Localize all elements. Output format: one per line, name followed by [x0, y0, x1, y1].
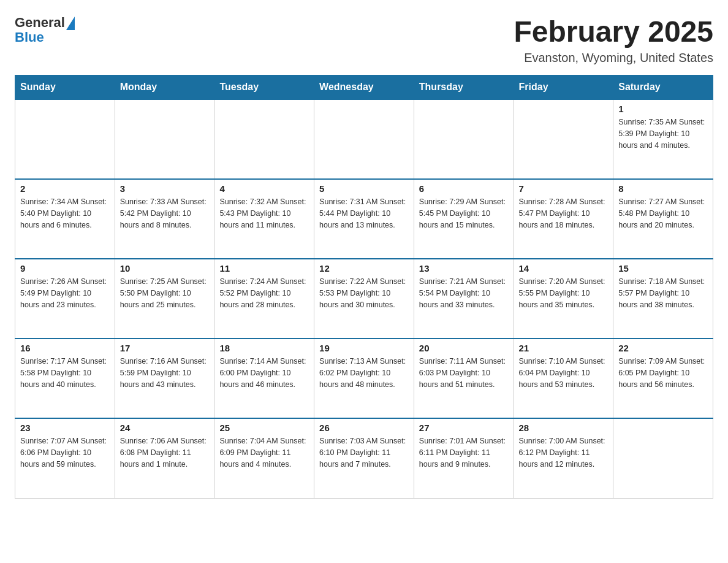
calendar-cell: [115, 99, 214, 179]
day-number: 27: [419, 423, 509, 433]
day-info: Sunrise: 7:13 AM Sunset: 6:02 PM Dayligh…: [319, 356, 409, 390]
calendar-cell: 12Sunrise: 7:22 AM Sunset: 5:53 PM Dayli…: [314, 259, 414, 339]
calendar-week-4: 16Sunrise: 7:17 AM Sunset: 5:58 PM Dayli…: [15, 339, 713, 418]
calendar-cell: 9Sunrise: 7:26 AM Sunset: 5:49 PM Daylig…: [15, 259, 115, 339]
calendar-header-thursday: Thursday: [414, 75, 514, 100]
calendar-cell: 27Sunrise: 7:01 AM Sunset: 6:11 PM Dayli…: [414, 418, 514, 498]
calendar-cell: 26Sunrise: 7:03 AM Sunset: 6:10 PM Dayli…: [314, 418, 414, 498]
calendar-table: SundayMondayTuesdayWednesdayThursdayFrid…: [15, 75, 713, 499]
day-info: Sunrise: 7:07 AM Sunset: 6:06 PM Dayligh…: [20, 435, 110, 470]
day-info: Sunrise: 7:01 AM Sunset: 6:11 PM Dayligh…: [419, 435, 509, 470]
day-info: Sunrise: 7:28 AM Sunset: 5:47 PM Dayligh…: [519, 196, 609, 231]
day-info: Sunrise: 7:00 AM Sunset: 6:12 PM Dayligh…: [519, 435, 609, 470]
calendar-cell: [214, 99, 314, 179]
calendar-week-2: 2Sunrise: 7:34 AM Sunset: 5:40 PM Daylig…: [15, 179, 713, 259]
calendar-cell: 25Sunrise: 7:04 AM Sunset: 6:09 PM Dayli…: [214, 418, 314, 498]
day-number: 13: [419, 263, 509, 274]
day-info: Sunrise: 7:31 AM Sunset: 5:44 PM Dayligh…: [319, 196, 409, 231]
day-number: 15: [618, 263, 708, 274]
day-info: Sunrise: 7:09 AM Sunset: 6:05 PM Dayligh…: [618, 356, 708, 390]
calendar-cell: [15, 99, 115, 179]
day-info: Sunrise: 7:25 AM Sunset: 5:50 PM Dayligh…: [120, 276, 210, 310]
day-info: Sunrise: 7:34 AM Sunset: 5:40 PM Dayligh…: [20, 196, 110, 231]
day-number: 19: [319, 343, 409, 353]
calendar-week-3: 9Sunrise: 7:26 AM Sunset: 5:49 PM Daylig…: [15, 259, 713, 339]
day-info: Sunrise: 7:22 AM Sunset: 5:53 PM Dayligh…: [319, 276, 409, 310]
day-number: 24: [120, 423, 210, 433]
calendar-cell: 18Sunrise: 7:14 AM Sunset: 6:00 PM Dayli…: [214, 339, 314, 418]
day-number: 28: [519, 423, 609, 433]
day-number: 11: [219, 263, 309, 274]
day-info: Sunrise: 7:20 AM Sunset: 5:55 PM Dayligh…: [519, 276, 609, 310]
calendar-cell: 23Sunrise: 7:07 AM Sunset: 6:06 PM Dayli…: [15, 418, 115, 498]
day-number: 23: [20, 423, 110, 433]
calendar-cell: 16Sunrise: 7:17 AM Sunset: 5:58 PM Dayli…: [15, 339, 115, 418]
day-number: 8: [618, 183, 708, 194]
calendar-cell: 15Sunrise: 7:18 AM Sunset: 5:57 PM Dayli…: [613, 259, 713, 339]
day-number: 7: [519, 183, 609, 194]
calendar-cell: 1Sunrise: 7:35 AM Sunset: 5:39 PM Daylig…: [613, 99, 713, 179]
day-number: 6: [419, 183, 509, 194]
calendar-cell: 17Sunrise: 7:16 AM Sunset: 5:59 PM Dayli…: [115, 339, 214, 418]
day-info: Sunrise: 7:11 AM Sunset: 6:03 PM Dayligh…: [419, 356, 509, 390]
day-info: Sunrise: 7:03 AM Sunset: 6:10 PM Dayligh…: [319, 435, 409, 470]
day-info: Sunrise: 7:16 AM Sunset: 5:59 PM Dayligh…: [120, 356, 210, 390]
day-number: 18: [219, 343, 309, 353]
main-title: February 2025: [514, 15, 713, 48]
logo: General Blue: [15, 15, 75, 45]
day-number: 21: [519, 343, 609, 353]
calendar-cell: 24Sunrise: 7:06 AM Sunset: 6:08 PM Dayli…: [115, 418, 214, 498]
calendar-cell: 20Sunrise: 7:11 AM Sunset: 6:03 PM Dayli…: [414, 339, 514, 418]
day-number: 10: [120, 263, 210, 274]
calendar-header-monday: Monday: [115, 75, 214, 100]
location-subtitle: Evanston, Wyoming, United States: [514, 51, 713, 65]
day-number: 9: [20, 263, 110, 274]
day-number: 5: [319, 183, 409, 194]
logo-blue-text: Blue: [15, 29, 44, 45]
calendar-cell: 21Sunrise: 7:10 AM Sunset: 6:04 PM Dayli…: [514, 339, 613, 418]
calendar-header-saturday: Saturday: [613, 75, 713, 100]
day-info: Sunrise: 7:32 AM Sunset: 5:43 PM Dayligh…: [219, 196, 309, 231]
logo-triangle-icon: [66, 17, 75, 30]
calendar-cell: 28Sunrise: 7:00 AM Sunset: 6:12 PM Dayli…: [514, 418, 613, 498]
calendar-cell: [514, 99, 613, 179]
day-info: Sunrise: 7:24 AM Sunset: 5:52 PM Dayligh…: [219, 276, 309, 310]
calendar-cell: [314, 99, 414, 179]
day-info: Sunrise: 7:10 AM Sunset: 6:04 PM Dayligh…: [519, 356, 609, 390]
calendar-cell: [414, 99, 514, 179]
day-number: 3: [120, 183, 210, 194]
day-info: Sunrise: 7:26 AM Sunset: 5:49 PM Dayligh…: [20, 276, 110, 310]
calendar-header-wednesday: Wednesday: [314, 75, 414, 100]
calendar-header-tuesday: Tuesday: [214, 75, 314, 100]
calendar-header-row: SundayMondayTuesdayWednesdayThursdayFrid…: [15, 75, 713, 100]
calendar-cell: 7Sunrise: 7:28 AM Sunset: 5:47 PM Daylig…: [514, 179, 613, 259]
logo-general-text: General: [15, 15, 65, 31]
calendar-header-sunday: Sunday: [15, 75, 115, 100]
day-number: 20: [419, 343, 509, 353]
day-number: 14: [519, 263, 609, 274]
page-header: General Blue February 2025 Evanston, Wyo…: [15, 15, 713, 65]
calendar-header-friday: Friday: [514, 75, 613, 100]
day-number: 22: [618, 343, 708, 353]
calendar-cell: 2Sunrise: 7:34 AM Sunset: 5:40 PM Daylig…: [15, 179, 115, 259]
day-number: 17: [120, 343, 210, 353]
calendar-cell: 14Sunrise: 7:20 AM Sunset: 5:55 PM Dayli…: [514, 259, 613, 339]
title-block: February 2025 Evanston, Wyoming, United …: [514, 15, 713, 65]
day-info: Sunrise: 7:06 AM Sunset: 6:08 PM Dayligh…: [120, 435, 210, 470]
calendar-cell: 13Sunrise: 7:21 AM Sunset: 5:54 PM Dayli…: [414, 259, 514, 339]
calendar-cell: 6Sunrise: 7:29 AM Sunset: 5:45 PM Daylig…: [414, 179, 514, 259]
day-info: Sunrise: 7:21 AM Sunset: 5:54 PM Dayligh…: [419, 276, 509, 310]
calendar-cell: 11Sunrise: 7:24 AM Sunset: 5:52 PM Dayli…: [214, 259, 314, 339]
day-info: Sunrise: 7:14 AM Sunset: 6:00 PM Dayligh…: [219, 356, 309, 390]
calendar-cell: 3Sunrise: 7:33 AM Sunset: 5:42 PM Daylig…: [115, 179, 214, 259]
calendar-cell: 5Sunrise: 7:31 AM Sunset: 5:44 PM Daylig…: [314, 179, 414, 259]
day-number: 4: [219, 183, 309, 194]
calendar-cell: 10Sunrise: 7:25 AM Sunset: 5:50 PM Dayli…: [115, 259, 214, 339]
day-number: 2: [20, 183, 110, 194]
day-info: Sunrise: 7:35 AM Sunset: 5:39 PM Dayligh…: [618, 117, 708, 151]
day-info: Sunrise: 7:04 AM Sunset: 6:09 PM Dayligh…: [219, 435, 309, 470]
calendar-cell: 19Sunrise: 7:13 AM Sunset: 6:02 PM Dayli…: [314, 339, 414, 418]
day-info: Sunrise: 7:33 AM Sunset: 5:42 PM Dayligh…: [120, 196, 210, 231]
calendar-cell: [613, 418, 713, 498]
day-number: 1: [618, 104, 708, 114]
